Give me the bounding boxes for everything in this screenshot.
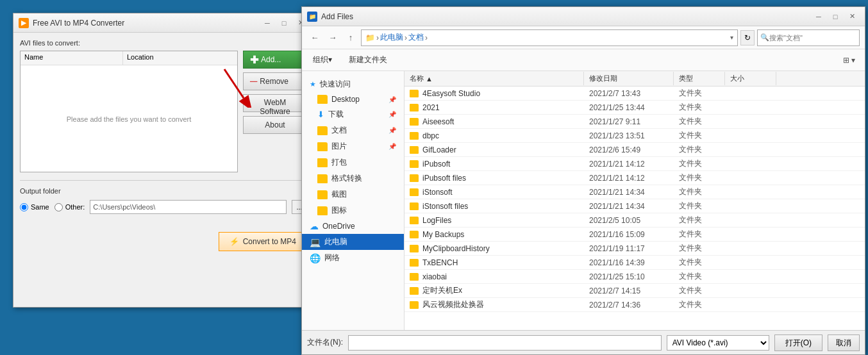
table-row[interactable]: Aiseesoft 2021/1/27 9:11 文件夹 [405,115,865,129]
same-radio-option[interactable]: Same [20,203,49,211]
sidebar-item-label: 格式转换 [331,173,362,184]
new-folder-button[interactable]: 新建文件夹 [343,52,393,68]
breadcrumb-documents[interactable]: 文档 [408,32,424,43]
sidebar-item-network[interactable]: 🌐 网络 [302,250,404,266]
file-type: 文件夹 [674,185,725,199]
file-date: 2021/1/21 14:34 [584,186,674,198]
folder-icon [410,90,419,97]
remove-button[interactable]: ─ Remove [243,72,307,90]
right-close-button[interactable]: ✕ [844,11,860,22]
col-header-size[interactable]: 大小 [725,72,776,85]
computer-icon: 💻 [310,237,321,247]
file-name: My Backups [422,230,464,239]
file-type: 文件夹 [674,115,725,128]
other-radio[interactable] [54,203,63,211]
breadcrumb: 📁 › 此电脑 › 文档 › [365,32,728,43]
sidebar-item-this-pc[interactable]: 💻 此电脑 [302,234,404,250]
table-row[interactable]: 风云视频批处换器 2021/2/7 14:36 文件夹 [405,298,865,312]
file-type: 文件夹 [674,143,725,156]
right-maximize-button[interactable]: □ [828,11,843,22]
maximize-button[interactable]: □ [276,17,292,29]
folder-icon [410,301,419,309]
table-row[interactable]: 4Easysoft Studio 2021/2/7 13:43 文件夹 [405,87,865,101]
pin-icon: 📌 [388,127,396,134]
table-row[interactable]: 定时关机Ex 2021/2/7 14:15 文件夹 [405,284,865,298]
table-row[interactable]: TxBENCH 2021/1/16 14:39 文件夹 [405,256,865,270]
same-label: Same [31,203,49,211]
add-files-window: 📁 Add Files ─ □ ✕ ← → ↑ 📁 › 此电脑 › 文档 › ▾… [301,6,865,355]
cancel-button[interactable]: 取消 [828,334,860,351]
refresh-button[interactable]: ↻ [740,30,755,45]
table-row[interactable]: iStonsoft 2021/1/21 14:34 文件夹 [405,185,865,199]
sidebar-item-label: 截图 [331,189,347,200]
table-row[interactable]: xiaobai 2021/1/25 15:10 文件夹 [405,270,865,284]
sidebar-item-downloads[interactable]: ⬇ 下载 📌 [302,106,404,122]
table-row[interactable]: iPubsoft files 2021/1/21 14:12 文件夹 [405,171,865,185]
open-button[interactable]: 打开(O) [774,334,822,351]
folder-icon [410,118,419,126]
output-path-input[interactable] [90,200,287,214]
sidebar-item-desktop[interactable]: Desktop 📌 [302,92,404,106]
file-date: 2021/2/7 14:15 [584,285,674,297]
minimize-button[interactable]: ─ [260,17,275,29]
file-type: 文件夹 [674,213,725,227]
folder-icon [410,231,419,238]
convert-button[interactable]: ⚡ Convert to MP4 [219,232,307,251]
address-dropdown-icon[interactable]: ▾ [730,34,733,41]
col-header-name[interactable]: 名称 ▲ [405,72,584,85]
back-button[interactable]: ← [307,30,322,45]
file-date: 2021/2/7 14:36 [584,299,674,311]
folder-icon [410,217,419,224]
sidebar-item-quick-access[interactable]: ★ 快速访问 [302,76,404,92]
main-file-panel: 名称 ▲ 修改日期 类型 大小 4Easysoft Studio [405,71,865,331]
sidebar-item-icons[interactable]: 图标 [302,202,404,219]
table-row[interactable]: MyClipboardHistory 2021/1/19 11:17 文件夹 [405,242,865,256]
col-header-type[interactable]: 类型 [674,72,725,85]
filetype-select[interactable]: AVI Video (*.avi) [667,335,769,351]
webm-button[interactable]: WebM Software [243,94,307,112]
organize-button[interactable]: 组织▾ [307,52,338,68]
output-label: Output folder [20,187,307,195]
about-button[interactable]: About [243,116,307,134]
search-input[interactable] [769,34,858,42]
table-row[interactable]: iStonsoft files 2021/1/21 14:34 文件夹 [405,199,865,213]
table-row[interactable]: GifLoader 2021/2/6 15:49 文件夹 [405,143,865,157]
sidebar-item-label: Desktop [331,95,360,104]
sidebar-item-screenshot[interactable]: 截图 [302,186,404,202]
folder-icon [410,245,419,252]
col-header-date[interactable]: 修改日期 [584,72,674,85]
network-icon: 🌐 [310,253,321,263]
file-type: 文件夹 [674,171,725,185]
folder-icon [410,146,419,154]
table-row[interactable]: dbpc 2021/1/23 13:51 文件夹 [405,129,865,143]
sidebar-item-onedrive[interactable]: ☁ OneDrive [302,219,404,234]
other-radio-option[interactable]: Other: [54,203,85,211]
table-row[interactable]: LogFiles 2021/2/5 10:05 文件夹 [405,213,865,227]
col-location: Location [123,51,158,65]
file-type: 文件夹 [674,242,725,255]
right-minimize-button[interactable]: ─ [811,11,826,22]
file-date: 2021/2/6 15:49 [584,144,674,156]
file-date: 2021/1/23 13:51 [584,130,674,142]
forward-button[interactable]: → [325,30,340,45]
file-name: 定时关机Ex [422,285,462,296]
table-row[interactable]: 2021 2021/1/25 13:44 文件夹 [405,101,865,115]
sidebar-item-label: 文档 [331,125,347,136]
up-button[interactable]: ↑ [343,30,358,45]
sidebar-item-format-convert[interactable]: 格式转换 [302,170,404,186]
file-date: 2021/1/21 14:34 [584,201,674,212]
file-size [725,120,776,123]
add-button[interactable]: ✚ Add... [243,51,307,69]
sidebar-item-pictures[interactable]: 图片 📌 [302,138,404,154]
file-size [725,163,776,165]
right-window-controls: ─ □ ✕ [811,11,860,22]
filename-input[interactable] [348,335,662,351]
filename-label: 文件名(N): [307,337,343,348]
same-radio[interactable] [20,203,28,211]
table-row[interactable]: My Backups 2021/1/16 15:09 文件夹 [405,227,865,242]
sidebar-item-documents[interactable]: 文档 📌 [302,122,404,138]
view-toggle[interactable]: ⊞ ▾ [839,53,860,67]
table-row[interactable]: iPubsoft 2021/1/21 14:12 文件夹 [405,157,865,171]
sidebar-item-packing[interactable]: 打包 [302,154,404,170]
breadcrumb-this-pc[interactable]: 此电脑 [380,32,403,43]
